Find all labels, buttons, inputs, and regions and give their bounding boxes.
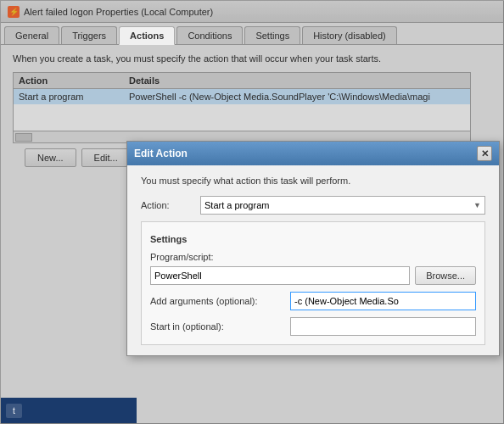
program-label-row: Program/script: (150, 251, 476, 263)
action-select[interactable]: Start a program ▼ (200, 196, 485, 215)
program-input[interactable]: PowerShell (150, 266, 410, 285)
program-label: Program/script: (150, 252, 214, 262)
action-label: Action: (141, 200, 200, 210)
settings-label: Settings (150, 234, 476, 244)
tab-actions[interactable]: Actions (119, 26, 175, 45)
action-row: Action: Start a program ▼ (141, 196, 485, 215)
args-row: Add arguments (optional): -c (New-Object… (150, 292, 476, 310)
settings-group: Settings Program/script: PowerShell Brow… (141, 221, 485, 345)
modal-overlay: Edit Action ✕ You must specify what acti… (1, 1, 504, 424)
dialog-title: Edit Action (134, 148, 188, 159)
browse-button[interactable]: Browse... (415, 266, 476, 285)
args-label: Add arguments (optional): (150, 296, 290, 306)
dialog-title-bar: Edit Action ✕ (127, 142, 499, 165)
args-input[interactable]: -c (New-Object Media.So (290, 292, 476, 310)
taskbar-item[interactable]: t (6, 404, 22, 418)
action-select-value: Start a program (204, 200, 269, 210)
taskbar: t (1, 398, 137, 423)
dialog-close-button[interactable]: ✕ (477, 146, 492, 161)
dialog-description: You must specify what action this task w… (141, 176, 485, 186)
edit-action-dialog: Edit Action ✕ You must specify what acti… (126, 141, 500, 356)
program-row: PowerShell Browse... (150, 266, 476, 285)
dialog-content: You must specify what action this task w… (127, 165, 499, 355)
chevron-down-icon: ▼ (473, 201, 481, 209)
start-label: Start in (optional): (150, 321, 290, 332)
start-input[interactable] (290, 317, 476, 336)
start-row: Start in (optional): (150, 317, 476, 336)
